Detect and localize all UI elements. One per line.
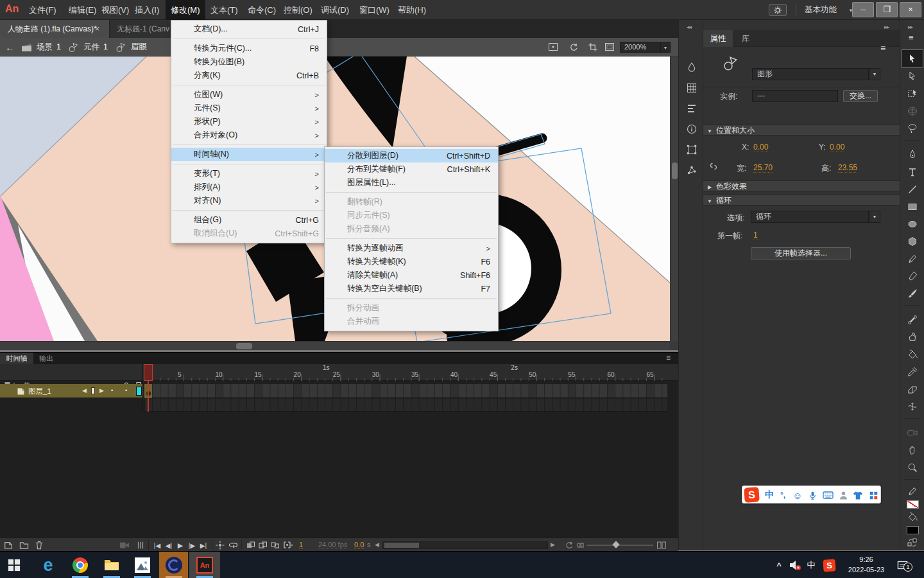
layer-outline-color-swatch[interactable] <box>136 387 142 396</box>
tab-close-icon[interactable]: × <box>95 20 99 38</box>
menu-item[interactable]: 转换为元件(C)...F8 <box>171 42 327 55</box>
restore-button[interactable]: ❐ <box>876 2 898 17</box>
menu-item[interactable]: 转换为关键帧(K)F6 <box>325 255 498 268</box>
stroke-color-swatch[interactable] <box>907 500 919 509</box>
tab-timeline[interactable]: 时间轴 <box>0 353 33 364</box>
first-frame-value[interactable]: 1 <box>753 231 758 240</box>
swap-symbol-button[interactable]: 交换... <box>843 90 878 102</box>
canvas-hscrollbar[interactable] <box>0 341 670 350</box>
menu-item[interactable]: 分离(K)Ctrl+B <box>171 69 327 82</box>
paint-bucket-tool[interactable] <box>902 346 923 363</box>
align-panel-icon[interactable] <box>679 98 704 119</box>
layer-depth-icon[interactable] <box>137 541 144 550</box>
animate-icon[interactable]: An <box>189 552 220 578</box>
hscrollbar-thumb[interactable] <box>236 343 252 349</box>
rotate-view-icon[interactable] <box>569 42 579 52</box>
brush-tool[interactable] <box>902 267 923 285</box>
subselection-tool[interactable] <box>902 67 923 85</box>
close-button[interactable]: × <box>900 2 921 17</box>
free-transform-tool[interactable] <box>902 85 923 102</box>
info-panel-icon[interactable] <box>679 119 704 139</box>
lasso-tool[interactable] <box>902 119 923 137</box>
oval-tool[interactable] <box>902 215 923 232</box>
swap-colors-icon[interactable] <box>902 536 923 549</box>
collapse-panels-icon[interactable]: ▸▸ <box>884 24 889 30</box>
workspace-switcher[interactable]: 基本功能 <box>805 0 837 20</box>
prev-keyframe-icon[interactable]: ◀ <box>82 387 87 394</box>
clip-content-icon[interactable] <box>588 42 598 52</box>
frame-size-slider-handle[interactable] <box>612 541 619 548</box>
menubar-item[interactable]: 视图(V) <box>96 0 134 20</box>
cinema4d-icon[interactable] <box>159 552 188 578</box>
x-value[interactable]: 0.00 <box>753 143 768 152</box>
go-last-frame-button[interactable]: ▶| <box>198 538 209 552</box>
enlarge-frames-icon[interactable] <box>657 541 666 549</box>
tab-output[interactable]: 输出 <box>33 353 59 364</box>
document-tab-active[interactable]: 人物走路 (1).fla (Canvas)* × <box>0 20 109 38</box>
sogou-logo[interactable]: S <box>744 487 760 503</box>
elapsed-time-value[interactable]: 0.0 <box>354 541 364 549</box>
height-value[interactable]: 23.55 <box>838 163 857 173</box>
menubar-item[interactable]: 文本(T) <box>205 0 243 20</box>
section-color-effect[interactable]: ▶色彩效果 <box>703 180 900 191</box>
layer-row[interactable]: 图层_1 ◀ ▶ • • <box>0 384 142 398</box>
menu-item[interactable]: 分散到图层(D)Ctrl+Shift+D <box>325 149 498 162</box>
new-layer-button[interactable] <box>4 541 13 550</box>
panel-menu-icon[interactable]: ≡ <box>880 43 886 53</box>
panel-menu-icon[interactable]: ≡ <box>909 33 914 42</box>
back-arrow-icon[interactable]: ← <box>5 38 15 57</box>
panel-menu-icon[interactable]: ≡ <box>666 353 671 362</box>
minimize-button[interactable]: – <box>852 2 874 17</box>
start-icon[interactable] <box>5 552 23 578</box>
frame-size-slider[interactable] <box>586 545 653 546</box>
step-forward-button[interactable]: |▶ <box>186 538 198 552</box>
timeline-scroll-left-icon[interactable]: ◀ <box>375 541 379 548</box>
step-back-button[interactable]: ◀| <box>163 538 175 552</box>
edit-multiple-frames-icon[interactable] <box>271 541 280 550</box>
volume-muted-icon[interactable] <box>788 552 803 578</box>
menu-item[interactable]: 排列(A)> <box>171 180 327 194</box>
menu-item[interactable]: 清除关键帧(A)Shift+F6 <box>325 268 498 282</box>
frame-cells-row[interactable] <box>144 399 667 412</box>
current-frame-value[interactable]: 1 <box>299 541 303 549</box>
swatches-panel-icon[interactable] <box>679 78 704 98</box>
expand-panels-icon[interactable]: ◂◂ <box>687 24 691 30</box>
tab-library[interactable]: 库 <box>733 30 758 47</box>
section-position-size[interactable]: ▼位置和大小 <box>703 125 900 136</box>
menu-item[interactable]: 转换为逐帧动画> <box>325 241 498 255</box>
shrink-frames-icon[interactable] <box>578 543 584 548</box>
fill-color-swatch[interactable] <box>907 526 919 534</box>
photos-icon[interactable] <box>133 552 152 578</box>
symbol-type-dropdown[interactable]: 图形 <box>752 68 869 80</box>
menu-item[interactable]: 图层属性(L)... <box>325 176 498 189</box>
mic-icon[interactable] <box>807 486 818 504</box>
color-panel-icon[interactable] <box>679 57 704 78</box>
stage-frame-icon[interactable] <box>604 42 615 52</box>
y-value[interactable]: 0.00 <box>830 143 844 152</box>
punctuation-icon[interactable]: °, <box>777 486 789 504</box>
menu-item[interactable]: 元件(S)> <box>171 101 327 115</box>
onion-outline-icon[interactable] <box>259 541 268 550</box>
new-folder-button[interactable] <box>19 541 29 550</box>
explorer-icon[interactable] <box>102 552 121 578</box>
layer-name[interactable]: 图层_1 <box>28 387 51 396</box>
width-tool[interactable] <box>902 398 923 415</box>
onion-skin-icon[interactable] <box>246 541 255 550</box>
tab-properties[interactable]: 属性 <box>703 30 733 47</box>
collapse-panels-icon[interactable]: ▸▸ <box>908 24 912 30</box>
menu-item[interactable]: 文档(D)...Ctrl+J <box>171 22 327 36</box>
zoom-tool[interactable] <box>902 459 923 476</box>
emoji-icon[interactable]: ☺ <box>791 486 804 504</box>
section-looping[interactable]: ▼循环 <box>703 195 900 206</box>
line-tool[interactable] <box>902 180 923 198</box>
menu-item[interactable]: 分布到关键帧(F)Ctrl+Shift+K <box>325 162 498 176</box>
menubar-item[interactable]: 窗口(W) <box>354 0 395 20</box>
delete-layer-button[interactable] <box>35 540 44 550</box>
bone-tool[interactable] <box>902 311 923 328</box>
edge-icon[interactable]: e <box>38 552 58 578</box>
ime-icon[interactable]: 中 <box>805 552 817 578</box>
width-value[interactable]: 25.70 <box>753 163 773 173</box>
menubar-item[interactable]: 帮助(H) <box>393 0 431 20</box>
menubar-item[interactable]: 文件(F) <box>24 0 62 20</box>
pencil-tool[interactable] <box>902 250 923 267</box>
